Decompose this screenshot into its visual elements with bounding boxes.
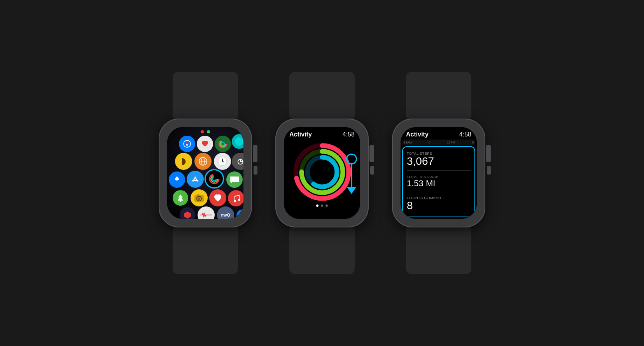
svg-point-15 <box>212 177 216 181</box>
app-heartrate[interactable] <box>197 136 213 152</box>
timeline-end: 0 <box>472 141 474 144</box>
page-dots <box>284 204 360 207</box>
steps-value: 3,067 <box>407 156 471 168</box>
stats-content-box: TOTAL STEPS 3,067 TOTAL DISTANCE 1.53 MI… <box>402 146 475 217</box>
watch-btn-3 <box>487 166 491 175</box>
band-bottom-1 <box>173 227 238 274</box>
svg-text:↑: ↑ <box>328 166 330 171</box>
distance-value: 1.53 MI <box>407 179 471 188</box>
stats-screen: Activity 4:58 12AM 0 12PM 0 TOTAL STEPS <box>401 127 477 219</box>
app-camera[interactable] <box>191 189 208 206</box>
app-compass[interactable] <box>179 136 195 152</box>
watch-3: Activity 4:58 12AM 0 12PM 0 TOTAL STEPS <box>392 72 485 274</box>
divider-1 <box>407 170 471 171</box>
app-fitness2[interactable] <box>169 171 185 188</box>
app-tree[interactable] <box>173 190 188 206</box>
stat-distance: TOTAL DISTANCE 1.53 MI <box>407 172 471 191</box>
stats-app-title: Activity <box>406 131 429 138</box>
app-myq[interactable]: myQ <box>217 206 234 219</box>
watch-2: Activity 4:58 <box>275 72 369 274</box>
timeline-mid2: 12PM <box>447 141 455 144</box>
app-hearing[interactable]: ◗ <box>175 153 192 170</box>
activity-clock: 4:58 <box>343 131 355 138</box>
timeline-mid1: 0 <box>429 141 430 144</box>
divider-2 <box>407 193 471 193</box>
watch-body-3: Activity 4:58 12AM 0 12PM 0 TOTAL STEPS <box>392 119 485 227</box>
app-globe[interactable] <box>194 153 212 170</box>
stat-flights: FLIGHTS CLIMBED 8 <box>407 195 471 213</box>
activity-screen: Activity 4:58 <box>284 127 360 219</box>
svg-point-19 <box>198 197 200 200</box>
activity-app-title: Activity <box>289 131 312 138</box>
watch-screen-3: Activity 4:58 12AM 0 12PM 0 TOTAL STEPS <box>401 127 477 219</box>
watch-screen-2: Activity 4:58 <box>284 127 360 219</box>
svg-point-2 <box>221 142 224 145</box>
band-top-3 <box>406 72 471 119</box>
activity-header: Activity 4:58 <box>284 127 360 140</box>
watch-1: ◗ ◷ <box>159 72 252 274</box>
dot-2 <box>321 204 323 207</box>
watch-screen-1: ◗ ◷ <box>167 127 243 219</box>
dot-3 <box>326 204 328 207</box>
scroll-indicator <box>346 154 357 194</box>
app-appstore[interactable] <box>187 171 204 188</box>
app-teal[interactable] <box>232 134 243 149</box>
app-clock[interactable] <box>214 153 231 170</box>
watch-body-2: Activity 4:58 <box>275 119 369 227</box>
watch-body-1: ◗ ◷ <box>159 119 252 227</box>
timeline-labels: 12AM 0 12PM 0 <box>404 141 474 144</box>
watch-crown-1 <box>253 145 257 162</box>
flights-value: 8 <box>407 200 471 212</box>
flights-label: FLIGHTS CLIMBED <box>407 196 471 200</box>
rings-container: → → ↑ <box>284 142 360 202</box>
app-ecg[interactable] <box>198 206 215 219</box>
activity-rings-svg: → → ↑ <box>292 142 352 202</box>
svg-marker-23 <box>184 211 191 218</box>
svg-text:→: → <box>336 153 340 157</box>
home-screen: ◗ ◷ <box>167 127 243 219</box>
app-misc[interactable]: ◷ <box>232 153 243 170</box>
app-health[interactable] <box>209 189 226 206</box>
watch-btn-2 <box>370 166 374 175</box>
band-bottom-2 <box>289 227 355 274</box>
svg-text:→: → <box>332 159 336 164</box>
svg-point-21 <box>234 200 236 202</box>
svg-rect-20 <box>197 194 200 196</box>
svg-marker-4 <box>186 141 188 145</box>
stat-steps: TOTAL STEPS 3,067 <box>407 150 471 169</box>
app-wallet[interactable] <box>180 207 195 219</box>
timeline-bar: 12AM 0 12PM 0 <box>402 140 475 145</box>
dot-1 <box>316 204 318 207</box>
app-activity[interactable] <box>215 136 231 152</box>
band-top-2 <box>289 72 355 119</box>
stats-header: Activity 4:58 <box>401 127 477 140</box>
watch-btn-1 <box>254 166 257 175</box>
timeline-start: 12AM <box>404 141 412 144</box>
app-music[interactable] <box>228 190 243 206</box>
watch-crown-3 <box>486 145 491 162</box>
svg-rect-16 <box>180 201 181 202</box>
band-top-1 <box>173 72 238 119</box>
app-activity-ring[interactable] <box>205 169 224 189</box>
watch-crown-2 <box>369 145 374 162</box>
app-blue-small[interactable]: ▶ <box>236 210 243 219</box>
stats-clock: 4:58 <box>459 131 471 138</box>
band-bottom-3 <box>406 227 471 274</box>
app-messages[interactable] <box>226 171 243 188</box>
svg-point-22 <box>238 199 240 201</box>
